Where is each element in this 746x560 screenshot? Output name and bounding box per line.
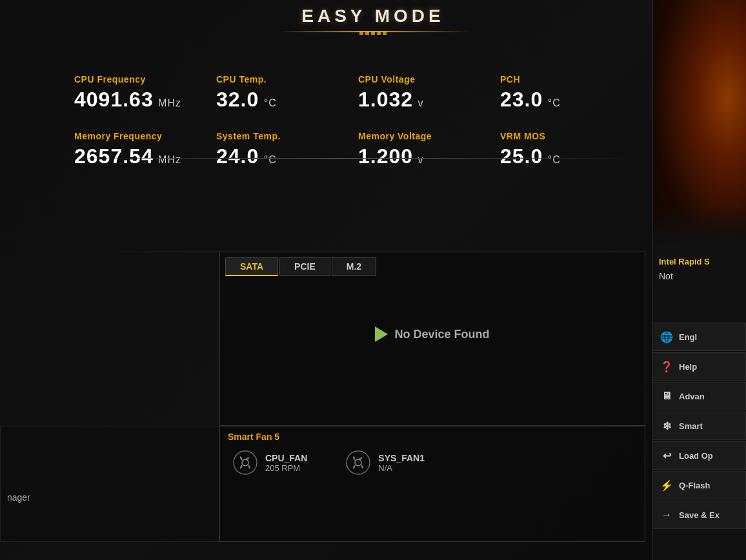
memory-frequency-unit: MHz xyxy=(155,154,181,165)
not-label: Not xyxy=(652,268,746,285)
title-decorative-dots xyxy=(359,31,387,35)
cpu-frequency-group: CPU Frequency 4091.63 MHz xyxy=(65,71,207,115)
memory-voltage-label: Memory Voltage xyxy=(358,131,481,141)
cpu-fan-item: CPU_FAN 205 RPM xyxy=(233,450,307,475)
no-device-text: No Device Found xyxy=(394,328,489,341)
pch-label: PCH xyxy=(500,74,623,85)
cpu-voltage-group: CPU Voltage 1.032 v xyxy=(348,71,490,115)
vrm-mos-label: VRM MOS xyxy=(500,131,623,141)
help-button[interactable]: ❓ Help xyxy=(652,352,746,381)
tab-pcie[interactable]: PCIE xyxy=(279,257,330,276)
sidebar-buttons: 🌐 Engl ❓ Help 🖥 Advan ❄ Smart ↩ Load Op … xyxy=(652,323,746,529)
dot-5 xyxy=(383,31,387,35)
cpu-voltage-value: 1.032 v xyxy=(358,88,481,112)
cpu-frequency-value: 4091.63 MHz xyxy=(74,88,197,112)
globe-icon: 🌐 xyxy=(660,330,674,344)
help-label: Help xyxy=(679,362,697,372)
cpu-temp-label: CPU Temp. xyxy=(216,74,339,85)
load-optimized-label: Load Op xyxy=(679,451,713,461)
manager-label: nager xyxy=(7,492,30,503)
svg-point-1 xyxy=(242,459,248,466)
memory-frequency-group: Memory Frequency 2657.54 MHz xyxy=(65,128,207,172)
system-temp-unit: °C xyxy=(260,154,276,165)
arrow-icon xyxy=(375,326,388,342)
tab-sata[interactable]: SATA xyxy=(225,257,278,276)
stats-panel: CPU Frequency 4091.63 MHz CPU Temp. 32.0… xyxy=(65,71,632,172)
language-label: Engl xyxy=(679,332,697,342)
save-exit-label: Save & Ex xyxy=(679,510,720,520)
smart-fan-button[interactable]: ❄ Smart xyxy=(652,412,746,440)
advanced-button[interactable]: 🖥 Advan xyxy=(652,382,746,410)
advanced-icon: 🖥 xyxy=(660,389,674,403)
cpu-frequency-label: CPU Frequency xyxy=(74,74,197,85)
pch-unit: °C xyxy=(544,97,560,108)
cpu-fan-detail: CPU_FAN 205 RPM xyxy=(265,453,307,473)
load-optimized-icon: ↩ xyxy=(660,448,674,463)
cpu-voltage-unit: v xyxy=(414,97,423,108)
pch-value: 23.0 °C xyxy=(500,88,623,112)
no-device-area: No Device Found xyxy=(220,276,645,392)
save-exit-icon: → xyxy=(660,508,674,522)
cpu-voltage-label: CPU Voltage xyxy=(358,74,481,85)
system-temp-label: System Temp. xyxy=(216,131,339,141)
memory-frequency-label: Memory Frequency xyxy=(74,131,197,141)
memory-voltage-group: Memory Voltage 1.200 v xyxy=(348,128,490,172)
language-button[interactable]: 🌐 Engl xyxy=(652,323,746,351)
sys-fan1-icon xyxy=(346,450,370,475)
advanced-label: Advan xyxy=(679,392,705,401)
storage-tabs: SATA PCIE M.2 xyxy=(220,252,645,276)
smart-fan-section: Smart Fan 5 CPU_FAN 205 RPM xyxy=(219,426,645,542)
dot-4 xyxy=(377,31,381,35)
system-temp-group: System Temp. 24.0 °C xyxy=(207,128,348,172)
svg-point-3 xyxy=(355,459,361,466)
vrm-mos-value: 25.0 °C xyxy=(500,145,623,168)
qflash-icon: ⚡ xyxy=(660,478,674,492)
cpu-temp-value: 32.0 °C xyxy=(216,88,339,112)
sys-fan1-item: SYS_FAN1 N/A xyxy=(346,450,425,475)
title-bar: EASY MODE xyxy=(0,0,746,32)
right-decoration xyxy=(653,0,746,245)
cpu-fan-icon xyxy=(233,450,257,475)
qflash-label: Q-Flash xyxy=(679,481,710,490)
memory-frequency-value: 2657.54 MHz xyxy=(74,145,197,168)
vrm-mos-unit: °C xyxy=(544,154,560,165)
sys-fan1-name: SYS_FAN1 xyxy=(378,453,425,463)
load-optimized-button[interactable]: ↩ Load Op xyxy=(652,441,746,470)
help-icon: ❓ xyxy=(660,359,674,374)
dot-3 xyxy=(371,31,375,35)
dot-2 xyxy=(365,31,369,35)
storage-section: SATA PCIE M.2 No Device Found xyxy=(219,252,645,426)
sys-fan1-detail: SYS_FAN1 N/A xyxy=(378,453,425,473)
dot-1 xyxy=(359,31,363,35)
smart-fan-icon: ❄ xyxy=(660,419,674,433)
cpu-frequency-unit: MHz xyxy=(155,97,181,108)
top-divider xyxy=(65,158,632,159)
smart-fan-title: Smart Fan 5 xyxy=(220,426,645,447)
cpu-temp-unit: °C xyxy=(260,97,276,108)
cpu-fan-rpm: 205 RPM xyxy=(265,463,307,473)
smart-fan-label: Smart xyxy=(679,421,703,431)
system-temp-value: 24.0 °C xyxy=(216,145,339,168)
cpu-temp-group: CPU Temp. 32.0 °C xyxy=(207,71,348,115)
qflash-button[interactable]: ⚡ Q-Flash xyxy=(652,471,746,499)
fan-items-container: CPU_FAN 205 RPM SYS_FAN1 N/A xyxy=(220,447,645,478)
save-exit-button[interactable]: → Save & Ex xyxy=(652,501,746,529)
vrm-mos-group: VRM MOS 25.0 °C xyxy=(490,128,632,172)
memory-voltage-value: 1.200 v xyxy=(358,145,481,168)
svg-point-2 xyxy=(347,451,370,474)
left-panel: nager xyxy=(0,426,219,542)
svg-point-0 xyxy=(234,451,257,474)
cpu-fan-name: CPU_FAN xyxy=(265,453,307,463)
pch-group: PCH 23.0 °C xyxy=(490,71,632,115)
page-title: EASY MODE xyxy=(301,6,445,26)
tab-m2[interactable]: M.2 xyxy=(332,257,376,276)
memory-voltage-unit: v xyxy=(414,154,423,165)
sys-fan1-rpm: N/A xyxy=(378,463,425,473)
